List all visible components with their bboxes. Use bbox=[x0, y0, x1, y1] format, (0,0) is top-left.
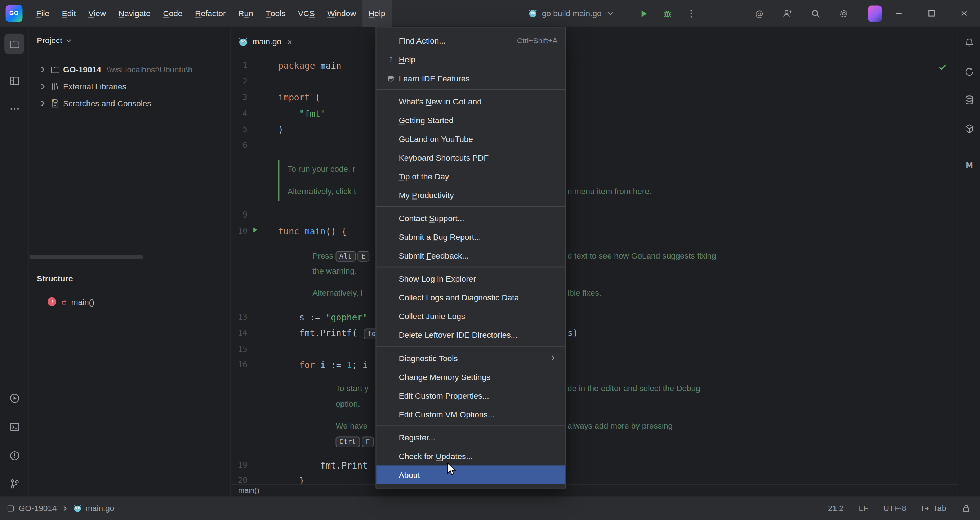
line-number: 10 bbox=[230, 225, 248, 237]
settings-button[interactable] bbox=[839, 8, 849, 18]
tool-window-button-git-branch[interactable] bbox=[4, 474, 24, 494]
menu-item-tip-of-the-day[interactable]: Tip of the Day bbox=[376, 167, 565, 185]
tool-window-button-bell[interactable] bbox=[961, 34, 977, 51]
search-everywhere-button[interactable] bbox=[811, 8, 821, 18]
ai-assistant-button[interactable]: @ bbox=[754, 8, 765, 18]
menubar-tools[interactable]: Tools bbox=[259, 0, 292, 27]
tool-window-button-more-horizontal[interactable] bbox=[4, 99, 24, 119]
menu-item-my-productivity[interactable]: My Productivity bbox=[376, 185, 565, 204]
minimize-button[interactable] bbox=[882, 0, 915, 27]
tree-item-scratches-and-consoles[interactable]: Scratches and Consoles bbox=[30, 95, 230, 112]
menu-item-collect-logs-and-diagnostic-data[interactable]: Collect Logs and Diagnostic Data bbox=[376, 288, 565, 307]
menu-item-collect-junie-logs[interactable]: Collect Junie Logs bbox=[376, 307, 565, 325]
line-separator[interactable]: LF bbox=[859, 503, 868, 513]
menu-item-goland-on-youtube[interactable]: GoLand on YouTube bbox=[376, 129, 565, 148]
maximize-button[interactable] bbox=[915, 0, 948, 27]
tool-window-button-sync[interactable] bbox=[961, 64, 977, 80]
editor-tab-main-go[interactable]: main.go × bbox=[231, 27, 300, 57]
close-button[interactable] bbox=[948, 0, 980, 27]
tab-close-icon[interactable]: × bbox=[287, 36, 292, 46]
menubar-help[interactable]: Help bbox=[363, 0, 391, 27]
menu-item-edit-custom-vm-options[interactable]: Edit Custom VM Options... bbox=[376, 405, 565, 423]
caret-position[interactable]: 21:2 bbox=[828, 503, 844, 513]
menu-item-learn-ide-features[interactable]: Learn IDE Features bbox=[376, 69, 565, 87]
code-with-me-button[interactable] bbox=[783, 8, 793, 18]
more-actions-button[interactable] bbox=[686, 8, 697, 18]
menu-item-contact-support[interactable]: Contact Support... bbox=[376, 209, 565, 227]
breadcrumb[interactable]: main() bbox=[238, 486, 259, 495]
menu-item-label: Diagnostic Tools bbox=[399, 353, 458, 363]
status-breadcrumb[interactable]: GO-19014 main.go bbox=[6, 503, 114, 513]
tool-window-button-database[interactable] bbox=[961, 92, 977, 108]
chevron-down-icon bbox=[65, 36, 73, 44]
menubar-view[interactable]: View bbox=[82, 0, 112, 27]
menubar-refactor[interactable]: Refactor bbox=[189, 0, 232, 27]
tool-window-button-run-circle[interactable] bbox=[4, 388, 24, 408]
window-controls bbox=[882, 0, 980, 27]
menu-item-delete-leftover-ide-directories[interactable]: Delete Leftover IDE Directories... bbox=[376, 325, 565, 344]
menu-item-find-action[interactable]: Find Action...Ctrl+Shift+A bbox=[376, 31, 565, 50]
lesson-text: the warning. bbox=[312, 265, 357, 277]
structure-item-main[interactable]: fmain() bbox=[30, 293, 231, 310]
lesson-text: always add more by pressing bbox=[568, 420, 673, 431]
menu-item-submit-feedback[interactable]: Submit Feedback... bbox=[376, 246, 565, 265]
run-configuration-selector[interactable]: go build main.go bbox=[528, 0, 616, 27]
inspections-ok-icon[interactable] bbox=[937, 62, 948, 72]
tool-window-button-folder[interactable] bbox=[4, 34, 24, 54]
code-line: import ( bbox=[278, 91, 320, 104]
chevron-right-icon[interactable] bbox=[38, 82, 48, 91]
structure-panel-title: Structure bbox=[37, 273, 73, 283]
menubar-run[interactable]: Run bbox=[232, 0, 259, 27]
project-panel-header[interactable]: Project bbox=[30, 27, 230, 54]
chevron-right-icon[interactable] bbox=[38, 65, 48, 74]
menu-item-getting-started[interactable]: Getting Started bbox=[376, 111, 565, 129]
indent-icon bbox=[921, 504, 930, 512]
menu-item-keyboard-shortcuts-pdf[interactable]: Keyboard Shortcuts PDF bbox=[376, 148, 565, 167]
menu-item-diagnostic-tools[interactable]: Diagnostic Tools bbox=[376, 349, 565, 367]
tree-item-go-19014[interactable]: GO-19014\\wsl.localhost\Ubuntu\h bbox=[30, 61, 230, 78]
menu-item-edit-custom-properties[interactable]: Edit Custom Properties... bbox=[376, 386, 565, 405]
lock-icon[interactable] bbox=[961, 503, 971, 513]
run-controls bbox=[639, 0, 697, 27]
structure-panel-header[interactable]: Structure bbox=[30, 270, 231, 287]
file-encoding[interactable]: UTF-8 bbox=[883, 503, 906, 513]
menubar-file[interactable]: File bbox=[30, 0, 56, 27]
menu-item-about[interactable]: About bbox=[376, 465, 565, 484]
menubar-vcs[interactable]: VCS bbox=[292, 0, 321, 27]
goland-window: GO FileEditViewNavigateCodeRefactorRunTo… bbox=[0, 0, 980, 520]
menu-item-change-memory-settings[interactable]: Change Memory Settings bbox=[376, 367, 565, 386]
tool-window-button-terminal[interactable] bbox=[4, 417, 24, 437]
lesson-text: Alternatively, click t bbox=[288, 186, 356, 197]
tool-window-button-structure[interactable] bbox=[4, 71, 24, 91]
line-number: 19 bbox=[230, 459, 248, 472]
problems-icon bbox=[9, 450, 19, 461]
menu-item-register[interactable]: Register... bbox=[376, 428, 565, 447]
line-number: 1 bbox=[230, 59, 248, 72]
project-panel: Project GO-19014\\wsl.localhost\Ubuntu\h… bbox=[30, 27, 231, 496]
menu-item-submit-a-bug-report[interactable]: Submit a Bug Report... bbox=[376, 227, 565, 246]
menu-item-show-log-in-explorer[interactable]: Show Log in Explorer bbox=[376, 270, 565, 288]
tool-window-button-problems[interactable] bbox=[4, 445, 24, 466]
menubar-navigate[interactable]: Navigate bbox=[112, 0, 157, 27]
menu-item-check-for-updates[interactable]: Check for Updates... bbox=[376, 447, 565, 465]
menu-item-what-s-new-in-goland[interactable]: What's New in GoLand bbox=[376, 92, 565, 111]
run-button[interactable] bbox=[639, 8, 649, 18]
menubar-edit[interactable]: Edit bbox=[56, 0, 82, 27]
menu-item-label: What's New in GoLand bbox=[399, 97, 482, 106]
tool-window-button-services[interactable] bbox=[961, 120, 977, 137]
menubar-code[interactable]: Code bbox=[157, 0, 189, 27]
run-gutter-icon[interactable] bbox=[251, 226, 259, 234]
menu-item-label: Check for Updates... bbox=[399, 451, 473, 461]
debug-button[interactable] bbox=[663, 8, 673, 18]
user-avatar[interactable] bbox=[868, 5, 881, 22]
tool-window-button-letter-m[interactable]: M bbox=[961, 157, 977, 174]
horizontal-scrollbar[interactable] bbox=[30, 255, 143, 259]
titlebar-tools: @ bbox=[754, 0, 882, 27]
menu-separator bbox=[376, 89, 565, 90]
indent-widget[interactable]: Tab bbox=[921, 503, 946, 513]
menubar-window[interactable]: Window bbox=[321, 0, 363, 27]
chevron-right-icon[interactable] bbox=[38, 99, 48, 108]
menu-item-help[interactable]: ?Help bbox=[376, 50, 565, 69]
tree-item-external-libraries[interactable]: External Libraries bbox=[30, 78, 230, 95]
status-widgets: 21:2 LF UTF-8 Tab bbox=[828, 503, 971, 513]
